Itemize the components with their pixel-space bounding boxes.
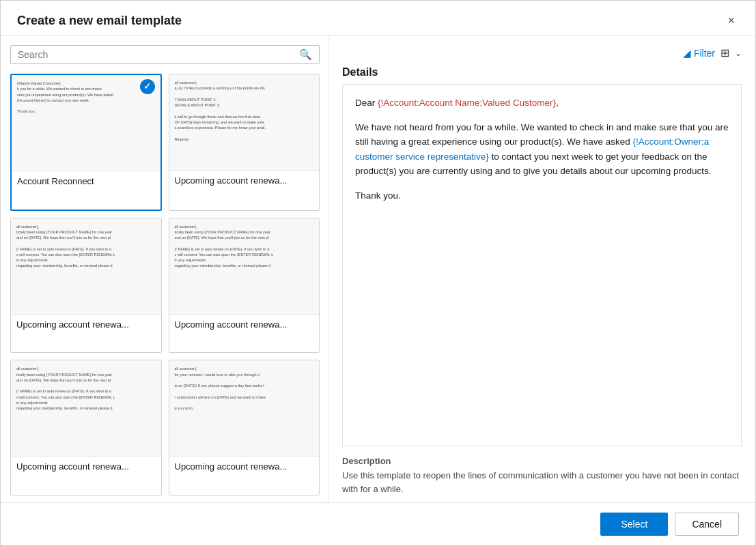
preview-text-5: all customer}, tically been using {YOUR … <box>16 366 156 411</box>
close-button[interactable]: × <box>723 13 739 28</box>
dialog-footer: Select Cancel <box>1 502 755 545</box>
account-name-field: {!Account:Account Name;Valued Customer} <box>378 98 556 108</box>
template-label-4: Upcoming account renewa... <box>169 314 320 335</box>
template-card-renewal-4[interactable]: all customer}, tically been using {YOUR … <box>10 360 162 495</box>
template-preview-renewal-2: all customer}, tically been using {YOUR … <box>11 218 161 314</box>
dialog-title: Create a new email template <box>17 14 182 28</box>
left-panel: 🔍 ✓ {!Name:Valued Customer}, k you for a… <box>1 35 328 502</box>
email-preview-pane: Dear {!Account:Account Name;Valued Custo… <box>342 84 742 446</box>
template-label-2: Upcoming account renewa... <box>169 170 320 191</box>
filter-button[interactable]: ◢ Filter <box>683 47 715 59</box>
template-label-3: Upcoming account renewa... <box>11 314 161 335</box>
template-preview-renewal-4: all customer}, tically been using {YOUR … <box>11 360 161 456</box>
toolbar-row: ◢ Filter ⊞ ⌄ <box>342 46 742 59</box>
filter-icon: ◢ <box>683 47 691 59</box>
template-preview-renewal-3: all customer}, tically been using {YOUR … <box>169 218 320 314</box>
grid-view-icon[interactable]: ⊞ <box>720 46 729 59</box>
template-preview-renewal-5: all customer}, for your renewal, I would… <box>169 360 320 456</box>
template-preview-renewal-1: all customer}, a up, I'd like to provide… <box>169 74 320 170</box>
template-card-renewal-1[interactable]: all customer}, a up, I'd like to provide… <box>169 74 320 211</box>
template-card-renewal-2[interactable]: all customer}, tically been using {YOUR … <box>10 218 162 354</box>
body-paragraph-1: We have not heard from you for a while. … <box>355 120 729 179</box>
preview-text-1: {!Name:Valued Customer}, k you for a whi… <box>17 81 155 115</box>
owner-field: {!Account:Owner;a customer service repre… <box>355 136 709 162</box>
template-preview-account-reconnect: ✓ {!Name:Valued Customer}, k you for a w… <box>12 75 160 171</box>
chevron-down-icon[interactable]: ⌄ <box>735 48 742 58</box>
template-label-6: Upcoming account renewa... <box>169 456 320 477</box>
preview-text-4: all customer}, tically been using {YOUR … <box>175 224 314 269</box>
filter-label: Filter <box>694 48 715 59</box>
selected-checkmark: ✓ <box>140 79 155 94</box>
right-panel: ◢ Filter ⊞ ⌄ Details Dear {!Account:Acco… <box>328 35 755 502</box>
greeting-line: Dear {!Account:Account Name;Valued Custo… <box>355 96 729 111</box>
template-card-renewal-5[interactable]: all customer}, for your renewal, I would… <box>169 360 320 495</box>
dialog-body: 🔍 ✓ {!Name:Valued Customer}, k you for a… <box>1 35 755 502</box>
create-template-dialog: Create a new email template × 🔍 ✓ {!Name… <box>0 0 756 546</box>
search-icon: 🔍 <box>299 48 312 61</box>
template-card-renewal-3[interactable]: all customer}, tically been using {YOUR … <box>169 218 320 354</box>
preview-text-2: all customer}, a up, I'd like to provide… <box>175 80 314 142</box>
template-label-1: Account Reconnect <box>12 171 160 192</box>
select-button[interactable]: Select <box>600 513 668 536</box>
template-card-account-reconnect[interactable]: ✓ {!Name:Valued Customer}, k you for a w… <box>10 74 162 211</box>
template-grid: ✓ {!Name:Valued Customer}, k you for a w… <box>10 74 320 502</box>
body-paragraph-2: Thank you. <box>355 188 729 203</box>
cancel-button[interactable]: Cancel <box>675 513 739 536</box>
search-bar: 🔍 <box>10 45 320 64</box>
template-label-5: Upcoming account renewa... <box>11 456 161 477</box>
preview-text-3: all customer}, tically been using {YOUR … <box>16 224 156 269</box>
description-label: Description <box>342 456 742 466</box>
description-text: Use this template to reopen the lines of… <box>342 469 742 495</box>
search-input[interactable] <box>18 49 299 60</box>
dialog-header: Create a new email template × <box>1 1 755 35</box>
preview-text-6: all customer}, for your renewal, I would… <box>175 366 314 411</box>
details-section-label: Details <box>342 66 742 78</box>
